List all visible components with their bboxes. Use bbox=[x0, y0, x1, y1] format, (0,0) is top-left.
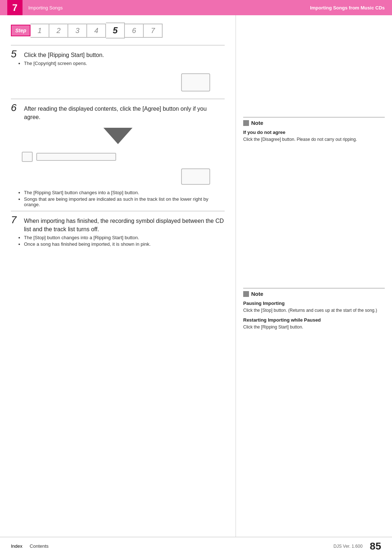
header-title-left: Importing Songs bbox=[28, 5, 63, 11]
footer-version: DJS Ver. 1.600 bbox=[334, 544, 363, 549]
step-6: 6 bbox=[125, 24, 144, 38]
step7-content: 7 When importing has finished, the recor… bbox=[11, 215, 225, 247]
step5-content: 5 Click the [Ripping Start] button. The … bbox=[11, 49, 225, 66]
footer-left: Index Contents bbox=[11, 543, 49, 549]
note2-title: Note bbox=[251, 291, 263, 297]
step7-bullet-2: Once a song has finished being imported,… bbox=[24, 241, 225, 247]
importing-bullets: The [Ripping Start] button changes into … bbox=[24, 190, 225, 207]
footer-index-link[interactable]: Index bbox=[11, 543, 23, 549]
step6-content: 6 After reading the displayed contents, … bbox=[11, 103, 225, 121]
step6-text: After reading the displayed contents, cl… bbox=[24, 103, 225, 121]
header-title-right: Importing Songs from Music CDs bbox=[310, 5, 385, 11]
step-3: 3 bbox=[68, 24, 87, 38]
prog-bar bbox=[36, 153, 116, 161]
step5-number: 5 bbox=[11, 49, 21, 59]
step7-bullets: The [Stop] button changes into a [Rippin… bbox=[24, 235, 225, 247]
divider-3 bbox=[11, 211, 225, 211]
step7-number: 7 bbox=[11, 215, 21, 225]
screenshot-copyright bbox=[181, 73, 210, 91]
footer-page: 85 bbox=[370, 540, 381, 552]
note1-text: Click the [Disagree] button. Please do n… bbox=[243, 136, 385, 143]
step5-bullets: The [Copyright] screen opens. bbox=[24, 61, 225, 66]
step-7: 7 bbox=[144, 24, 163, 38]
down-arrow bbox=[11, 128, 225, 145]
importing-bullet-2: Songs that are being imported are indica… bbox=[24, 196, 225, 207]
step7-text: When importing has finished, the recordi… bbox=[24, 215, 225, 233]
note2-text2: Click the [Ripping Start] button. bbox=[243, 324, 385, 330]
step6-number: 6 bbox=[11, 103, 21, 113]
footer: Index Contents DJS Ver. 1.600 85 bbox=[0, 537, 392, 555]
arrow-icon bbox=[103, 128, 132, 144]
progress-area bbox=[22, 152, 225, 162]
step-4: 4 bbox=[87, 24, 106, 38]
right-spacer bbox=[243, 23, 385, 117]
note2-subtitle2: Restarting Importing while Paused bbox=[243, 317, 385, 323]
step5-text: Click the [Ripping Start] button. bbox=[24, 49, 104, 59]
step-5-active: 5 bbox=[106, 23, 125, 38]
prog-row-1 bbox=[22, 152, 225, 162]
main-content: Step 1 2 3 4 5 6 7 5 Click the [Ripping … bbox=[0, 15, 392, 537]
footer-right: DJS Ver. 1.600 85 bbox=[334, 540, 381, 552]
step5-heading: 5 Click the [Ripping Start] button. bbox=[11, 49, 225, 59]
step7-bullet-1: The [Stop] button changes into a [Rippin… bbox=[24, 235, 225, 240]
screenshot-agree bbox=[181, 168, 210, 185]
left-column: Step 1 2 3 4 5 6 7 5 Click the [Ripping … bbox=[0, 15, 236, 537]
note1-box: Note If you do not agree Click the [Disa… bbox=[243, 117, 385, 143]
note2-text1: Click the [Stop] button. (Returns and cu… bbox=[243, 307, 385, 314]
note2-subtitle1: Pausing Importing bbox=[243, 301, 385, 306]
note2-header: Note bbox=[243, 288, 385, 297]
note2-box: Note Pausing Importing Click the [Stop] … bbox=[243, 288, 385, 330]
step-bar: Step 1 2 3 4 5 6 7 bbox=[11, 23, 225, 38]
note1-icon bbox=[243, 120, 249, 126]
step-2: 2 bbox=[49, 24, 68, 38]
mid-spacer bbox=[243, 150, 385, 288]
divider-2 bbox=[11, 99, 225, 99]
step-1: 1 bbox=[30, 24, 49, 38]
importing-bullet-1: The [Ripping Start] button changes into … bbox=[24, 190, 225, 195]
right-column: Note If you do not agree Click the [Disa… bbox=[236, 15, 392, 537]
prog-checkbox bbox=[22, 152, 33, 162]
note1-subtitle: If you do not agree bbox=[243, 130, 385, 135]
chapter-number: 7 bbox=[7, 0, 23, 15]
note1-header: Note bbox=[243, 117, 385, 126]
step7-heading: 7 When importing has finished, the recor… bbox=[11, 215, 225, 233]
divider-1 bbox=[11, 45, 225, 45]
note2-icon bbox=[243, 291, 249, 297]
step-label: Step bbox=[11, 25, 30, 36]
note1-title: Note bbox=[251, 120, 263, 126]
step6-heading: 6 After reading the displayed contents, … bbox=[11, 103, 225, 121]
step5-bullet-1: The [Copyright] screen opens. bbox=[24, 61, 225, 66]
header-bar: 7 Importing Songs Importing Songs from M… bbox=[0, 0, 392, 15]
header-left: 7 Importing Songs bbox=[7, 0, 63, 15]
footer-contents-link[interactable]: Contents bbox=[30, 543, 49, 549]
